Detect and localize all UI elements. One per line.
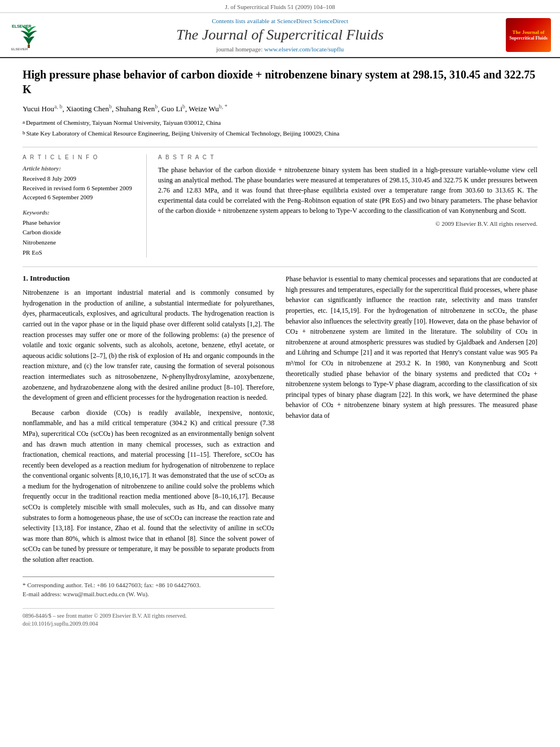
accepted-date: Accepted 6 September 2009	[23, 193, 137, 202]
affil-text-a: Department of Chemistry, Taiyuan Normal …	[26, 118, 221, 128]
history-title: Article history:	[23, 165, 137, 172]
abstract-text: The phase behavior of the carbon dioxide…	[158, 165, 537, 216]
logo-title: Supercritical Fluids	[509, 36, 548, 41]
intro-para-2: Because carbon dioxide (CO₂) is readily …	[23, 408, 274, 565]
banner-left: ELSEVIER ELSEVIER	[9, 20, 54, 51]
abstract-panel: A B S T R A C T The phase behavior of th…	[158, 154, 537, 257]
keyword-3: Nitrobenzene	[23, 238, 137, 248]
affiliations: a Department of Chemistry, Taiyuan Norma…	[23, 118, 537, 138]
svg-rect-2	[28, 45, 30, 48]
keyword-4: PR EoS	[23, 248, 137, 258]
abstract-paragraph: The phase behavior of the carbon dioxide…	[158, 165, 537, 216]
keyword-2: Carbon dioxide	[23, 228, 137, 238]
keywords-block: Keywords: Phase behavior Carbon dioxide …	[23, 209, 137, 257]
intro-text-left: Nitrobenzene is an important industrial …	[23, 287, 274, 565]
journal-homepage: journal homepage: www.elsevier.com/locat…	[54, 46, 506, 53]
homepage-label: journal homepage:	[216, 46, 262, 53]
body-left-column: 1. Introduction Nitrobenzene is an impor…	[23, 274, 274, 627]
affil-sup-b: b	[23, 129, 25, 137]
intro-para-1: Nitrobenzene is an important industrial …	[23, 287, 274, 403]
journal-reference-header: J. of Supercritical Fluids 51 (2009) 104…	[0, 0, 560, 13]
abstract-label: A B S T R A C T	[158, 154, 537, 160]
received-date: Received 8 July 2009	[23, 174, 137, 184]
svg-text:ELSEVIER: ELSEVIER	[11, 47, 28, 51]
elsevier-logo-icon: ELSEVIER ELSEVIER	[9, 20, 49, 51]
footnote-star: * Corresponding author. Tel.: +86 10 644…	[23, 580, 274, 590]
revised-date: Received in revised form 6 September 200…	[23, 184, 137, 193]
intro-para-3: Phase behavior is essential to many chem…	[286, 274, 537, 421]
science-direct-label: Contents lists available at ScienceDirec…	[212, 18, 312, 24]
article-info-panel: A R T I C L E I N F O Article history: R…	[23, 154, 147, 257]
article-content: High pressure phase behavior of carbon d…	[0, 58, 560, 637]
footer-rights: 0896-8446/$ – see front matter © 2009 El…	[23, 612, 187, 620]
intro-text-right: Phase behavior is essential to many chem…	[286, 274, 537, 421]
footnote-area: * Corresponding author. Tel.: +86 10 644…	[23, 576, 274, 599]
bottom-footer: 0896-8446/$ – see front matter © 2009 El…	[23, 608, 274, 628]
article-info-label: A R T I C L E I N F O	[23, 154, 137, 160]
affiliation-a: a Department of Chemistry, Taiyuan Norma…	[23, 118, 537, 128]
footer-doi: doi:10.1016/j.supflu.2009.09.004	[23, 620, 187, 628]
history-block: Article history: Received 8 July 2009 Re…	[23, 165, 137, 202]
science-direct-link[interactable]: Contents lists available at ScienceDirec…	[54, 18, 506, 24]
svg-text:ELSEVIER: ELSEVIER	[12, 24, 32, 28]
body-section: 1. Introduction Nitrobenzene is an impor…	[23, 274, 537, 627]
author-guo: Guo Li	[161, 104, 182, 113]
article-info-abstract: A R T I C L E I N F O Article history: R…	[23, 154, 537, 257]
science-direct-name: ScienceDirect	[313, 18, 348, 24]
article-title: High pressure phase behavior of carbon d…	[23, 67, 537, 97]
copyright-line: © 2009 Elsevier B.V. All rights reserved…	[158, 220, 537, 227]
footer-left: 0896-8446/$ – see front matter © 2009 El…	[23, 612, 187, 628]
affil-sup-a: a	[23, 119, 25, 126]
homepage-url[interactable]: www.elsevier.com/locate/supflu	[264, 46, 344, 53]
journal-reference-text: J. of Supercritical Fluids 51 (2009) 104…	[225, 3, 335, 10]
footnote-email: E-mail address: wzwu@mail.buct.edu.cn (W…	[23, 589, 274, 599]
divider-2	[23, 267, 537, 267]
body-right-column: Phase behavior is essential to many chem…	[286, 274, 537, 627]
author-weize: Weize Wu	[189, 104, 218, 113]
keyword-1: Phase behavior	[23, 218, 137, 228]
author-shuhang: Shuhang Ren	[116, 104, 155, 113]
author-yucui: Yucui Hou	[23, 104, 54, 113]
journal-title: The Journal of Supercritical Fluids	[54, 27, 506, 43]
page-wrapper: J. of Supercritical Fluids 51 (2009) 104…	[0, 0, 560, 637]
intro-heading: 1. Introduction	[23, 274, 274, 283]
journal-logo-icon: The Journal of Supercritical Fluids	[506, 18, 551, 52]
divider-1	[23, 147, 537, 147]
author-xiaoting: Xiaoting Chen	[66, 104, 109, 113]
affil-text-b: State Key Laboratory of Chemical Resourc…	[27, 129, 340, 138]
authors-line: Yucui Houa, b, Xiaoting Chenb, Shuhang R…	[23, 103, 537, 113]
banner-center: Contents lists available at ScienceDirec…	[54, 18, 506, 53]
affiliation-b: b State Key Laboratory of Chemical Resou…	[23, 129, 537, 138]
journal-banner: ELSEVIER ELSEVIER Contents lists availab…	[0, 13, 560, 58]
keywords-title: Keywords:	[23, 209, 137, 216]
